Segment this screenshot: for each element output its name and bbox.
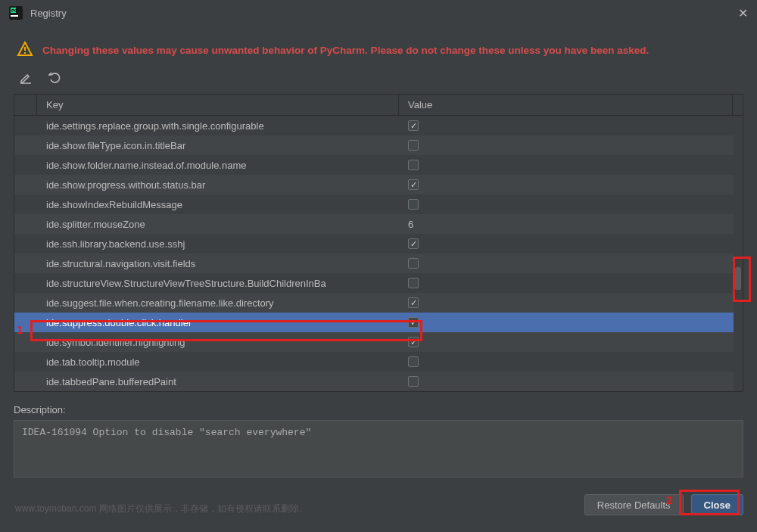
pycharm-icon: PC — [9, 6, 23, 20]
table-row[interactable]: ide.suppress.double.click.handler — [14, 313, 743, 332]
row-value[interactable] — [399, 120, 732, 131]
close-button[interactable]: Close — [691, 494, 743, 515]
svg-rect-4 — [24, 47, 26, 51]
checkbox[interactable] — [408, 317, 419, 328]
rows-viewport: ide.settings.replace.group.with.single.c… — [14, 116, 743, 391]
row-key: ide.tabbedPane.bufferedPaint — [37, 376, 399, 387]
checkbox[interactable] — [408, 120, 419, 131]
table-row[interactable]: ide.tab.tooltip.module — [14, 352, 743, 372]
row-value[interactable] — [399, 376, 732, 387]
row-value[interactable] — [399, 337, 732, 347]
row-key: ide.show.progress.without.status.bar — [37, 179, 399, 191]
checkbox[interactable] — [408, 376, 419, 387]
row-key: ide.ssh.library.backend.use.sshj — [37, 238, 399, 250]
titlebar: PC Registry ✕ — [0, 0, 757, 26]
close-icon[interactable]: ✕ — [738, 6, 748, 20]
column-header-key[interactable]: Key — [37, 95, 399, 115]
warning-banner: Changing these values may cause unwanted… — [14, 33, 743, 70]
warning-text: Changing these values may cause unwanted… — [42, 45, 649, 56]
row-key: ide.structural.navigation.visit.fields — [37, 258, 399, 269]
edit-icon[interactable] — [20, 72, 32, 86]
svg-text:PC: PC — [11, 8, 18, 13]
table-header: Key Value — [14, 95, 743, 116]
table-row[interactable]: ide.suggest.file.when.creating.filename.… — [14, 293, 743, 313]
warning-triangle-icon — [17, 41, 33, 60]
table-row[interactable]: ide.settings.replace.group.with.single.c… — [14, 116, 743, 135]
row-key: ide.settings.replace.group.with.single.c… — [37, 120, 399, 132]
table-row[interactable]: ide.show.progress.without.status.bar — [14, 175, 743, 194]
row-value[interactable]: 6 — [399, 219, 732, 230]
row-value[interactable] — [399, 199, 732, 210]
row-key: ide.showIndexRebuildMessage — [37, 199, 399, 210]
row-value[interactable] — [399, 140, 732, 151]
row-key: ide.suggest.file.when.creating.filename.… — [37, 297, 399, 309]
scrollbar-thumb[interactable] — [735, 267, 741, 290]
row-key: ide.tab.tooltip.module — [37, 356, 399, 368]
checkbox[interactable] — [408, 278, 419, 288]
checkbox[interactable] — [408, 179, 419, 190]
checkbox[interactable] — [408, 140, 419, 151]
header-scroll-spacer — [732, 95, 743, 115]
row-value[interactable] — [399, 278, 732, 288]
table-row[interactable]: ide.showIndexRebuildMessage — [14, 194, 743, 214]
scrollbar-track[interactable] — [734, 116, 743, 391]
row-value[interactable] — [399, 238, 732, 249]
window-title: Registry — [30, 8, 67, 19]
row-key: ide.splitter.mouseZone — [37, 219, 399, 230]
row-value[interactable] — [399, 317, 732, 328]
table-row[interactable]: ide.tabbedPane.bufferedPaint — [14, 372, 743, 391]
row-key: ide.structureView.StructureViewTreeStruc… — [37, 278, 399, 289]
row-value[interactable] — [399, 297, 732, 308]
value-text: 6 — [408, 219, 413, 230]
table-row[interactable]: ide.structureView.StructureViewTreeStruc… — [14, 273, 743, 293]
row-key: ide.show.fileType.icon.in.titleBar — [37, 140, 399, 151]
description-label: Description: — [14, 404, 743, 415]
svg-rect-5 — [24, 52, 26, 54]
checkbox[interactable] — [408, 356, 419, 367]
toolbar — [14, 70, 743, 94]
svg-rect-2 — [11, 15, 18, 17]
table-row[interactable]: ide.show.fileType.icon.in.titleBar — [14, 135, 743, 155]
row-value[interactable] — [399, 160, 732, 170]
revert-icon[interactable] — [48, 72, 61, 86]
row-value[interactable] — [399, 258, 732, 269]
row-key: ide.symbol.identifier.highlighting — [37, 337, 399, 348]
description-box: IDEA-161094 Option to disable "search ev… — [14, 420, 743, 478]
column-header-value[interactable]: Value — [399, 95, 732, 115]
table-row[interactable]: ide.symbol.identifier.highlighting — [14, 332, 743, 352]
watermark-text: www.toymoban.com 网络图片仅供展示，非存储，如有侵权请联系删除。 — [15, 502, 308, 515]
restore-defaults-button[interactable]: Restore Defaults — [584, 494, 684, 515]
table-row[interactable]: ide.splitter.mouseZone6 — [14, 214, 743, 234]
row-value[interactable] — [399, 179, 732, 190]
row-key: ide.suppress.double.click.handler — [37, 317, 399, 328]
registry-table: Key Value ide.settings.replace.group.wit… — [14, 94, 743, 392]
checkbox[interactable] — [408, 160, 419, 170]
checkbox[interactable] — [408, 199, 419, 210]
table-row[interactable]: ide.structural.navigation.visit.fields — [14, 254, 743, 273]
table-row[interactable]: ide.show.folder.name.instead.of.module.n… — [14, 155, 743, 175]
header-gutter — [14, 95, 37, 115]
checkbox[interactable] — [408, 238, 419, 249]
table-row[interactable]: ide.ssh.library.backend.use.sshj — [14, 234, 743, 254]
row-key: ide.show.folder.name.instead.of.module.n… — [37, 160, 399, 171]
checkbox[interactable] — [408, 258, 419, 269]
row-value[interactable] — [399, 356, 732, 367]
checkbox[interactable] — [408, 337, 419, 347]
checkbox[interactable] — [408, 297, 419, 308]
